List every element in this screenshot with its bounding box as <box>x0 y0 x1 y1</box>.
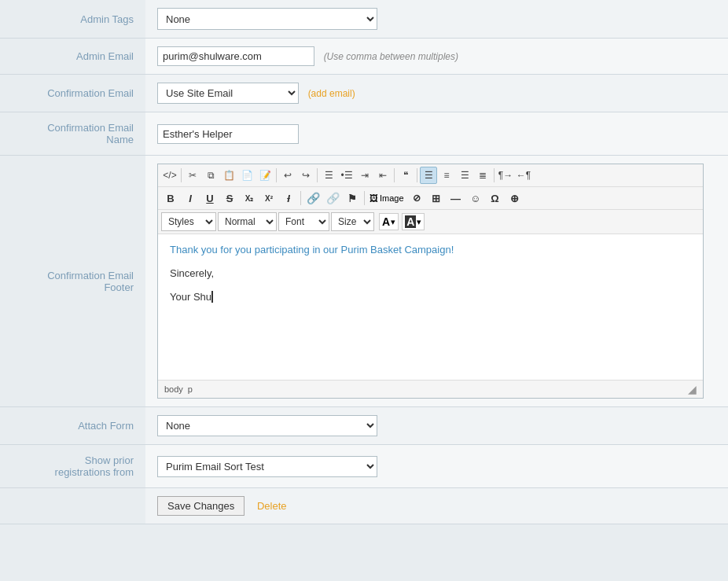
ol-btn[interactable]: ☰ <box>320 167 337 184</box>
image-label: Image <box>380 193 404 203</box>
ltr-btn[interactable]: ¶→ <box>497 167 514 184</box>
confirmation-email-footer-label: Confirmation EmailFooter <box>0 156 145 407</box>
confirmation-email-row: Confirmation Email Use Site Email (add e… <box>0 75 728 112</box>
admin-email-label: Admin Email <box>0 39 145 75</box>
editor-line-2 <box>170 256 691 267</box>
blockquote-btn[interactable]: ❝ <box>397 167 414 184</box>
p-tag[interactable]: p <box>188 384 193 394</box>
underline-btn[interactable]: U <box>200 189 219 207</box>
cut-btn[interactable]: ✂ <box>184 167 201 184</box>
toolbar-row-1: </> ✂ ⧉ 📋 📄 📝 ↩ ↪ ☰ •☰ ⇥ ⇤ ❝ <box>158 164 703 187</box>
align-left-btn[interactable]: ☰ <box>420 167 437 184</box>
highlight-color-group: A ▾ <box>402 213 425 230</box>
subscript-btn[interactable]: X₂ <box>240 189 259 207</box>
confirmation-email-footer-cell: </> ✂ ⧉ 📋 📄 📝 ↩ ↪ ☰ •☰ ⇥ ⇤ ❝ <box>145 156 728 407</box>
editor-line-1: Thank you for you participating in our P… <box>170 244 691 256</box>
confirmation-email-name-cell <box>145 112 728 156</box>
toolbar-row-2: B I U S X₂ X² I 🔗 🔗 ⚑ 🖼 Image <box>158 187 703 210</box>
indent-btn[interactable]: ⇥ <box>356 167 373 184</box>
settings-form: Admin Tags None Admin Email (Use comma b… <box>0 0 728 524</box>
show-prior-row: Show priorregistrations from Purim Email… <box>0 445 728 488</box>
font-color-a-icon: A <box>382 215 390 228</box>
editor-footer-bar: body p ◢ <box>158 380 703 398</box>
highlight-color-btn[interactable]: A ▾ <box>402 213 425 230</box>
sep-5 <box>417 168 417 182</box>
save-changes-button[interactable]: Save Changes <box>157 496 245 516</box>
unlink-btn[interactable]: 🔗 <box>323 189 342 207</box>
email-name-input[interactable] <box>157 124 299 144</box>
show-prior-label: Show priorregistrations from <box>0 445 145 488</box>
italic-btn[interactable]: I <box>181 189 200 207</box>
justify-btn[interactable]: ≣ <box>474 167 491 184</box>
admin-tags-select[interactable]: None <box>157 8 377 30</box>
confirmation-email-cell: Use Site Email (add email) <box>145 75 728 112</box>
undo-btn[interactable]: ↩ <box>279 167 296 184</box>
image-icon: 🖼 <box>370 193 378 203</box>
charmap-btn[interactable]: Ω <box>486 189 505 207</box>
admin-email-input[interactable] <box>157 46 314 66</box>
admin-email-row: Admin Email (Use comma between multiples… <box>0 39 728 75</box>
actions-label <box>0 488 145 524</box>
align-right-btn[interactable]: ☰ <box>456 167 473 184</box>
styles-select[interactable]: Styles <box>161 212 216 231</box>
body-tag[interactable]: body <box>164 384 183 394</box>
hr-btn[interactable]: — <box>447 189 465 207</box>
font-color-btn[interactable]: A ▾ <box>379 213 399 230</box>
strikethrough-btn[interactable]: S <box>220 189 239 207</box>
media-btn[interactable]: ⊘ <box>407 189 426 207</box>
media2-btn[interactable]: ⊕ <box>506 189 524 207</box>
admin-tags-row: Admin Tags None <box>0 0 728 39</box>
sep-6 <box>494 168 495 182</box>
confirmation-email-select[interactable]: Use Site Email <box>157 83 299 104</box>
sep-2 <box>276 168 277 182</box>
delete-link[interactable]: Delete <box>257 500 287 512</box>
editor-line-5: Your Shu <box>170 291 691 303</box>
add-email-link[interactable]: (add email) <box>308 88 355 99</box>
highlight-color-dropdown-icon: ▾ <box>417 217 421 227</box>
attach-form-select[interactable]: None <box>157 415 377 436</box>
resize-handle[interactable]: ◢ <box>688 383 697 395</box>
table-btn[interactable]: ⊞ <box>427 189 446 207</box>
size-select[interactable]: Size <box>331 212 374 231</box>
anchor-btn[interactable]: ⚑ <box>343 189 362 207</box>
align-center-btn[interactable]: ≡ <box>438 167 455 184</box>
rich-text-editor: </> ✂ ⧉ 📋 📄 📝 ↩ ↪ ☰ •☰ ⇥ ⇤ ❝ <box>157 164 704 399</box>
admin-email-hint: (Use comma between multiples) <box>324 51 458 62</box>
redo-btn[interactable]: ↪ <box>297 167 314 184</box>
attach-form-label: Attach Form <box>0 407 145 445</box>
toolbar-row-3: Styles Normal Font Size A ▾ <box>158 210 703 234</box>
actions-row: Save Changes Delete <box>0 488 728 524</box>
sep-1 <box>181 168 182 182</box>
attach-form-row: Attach Form None <box>0 407 728 445</box>
ul-btn[interactable]: •☰ <box>338 167 355 184</box>
show-prior-cell: Purim Email Sort Test <box>145 445 728 488</box>
editor-line-3: Sincerely, <box>170 267 691 279</box>
admin-tags-cell: None <box>145 0 728 39</box>
actions-cell: Save Changes Delete <box>145 488 728 524</box>
paste-word-btn[interactable]: 📝 <box>256 167 274 184</box>
font-select[interactable]: Font <box>278 212 329 231</box>
superscript-btn[interactable]: X² <box>259 189 278 207</box>
copy-btn[interactable]: ⧉ <box>202 167 219 184</box>
confirmation-email-name-label: Confirmation EmailName <box>0 112 145 156</box>
paste-text-btn[interactable]: 📄 <box>238 167 256 184</box>
link-btn[interactable]: 🔗 <box>303 189 322 207</box>
bold-btn[interactable]: B <box>161 189 180 207</box>
paste-btn[interactable]: 📋 <box>220 167 237 184</box>
confirmation-email-label: Confirmation Email <box>0 75 145 112</box>
editor-content-area[interactable]: Thank you for you participating in our P… <box>158 234 703 380</box>
sep-3 <box>317 168 318 182</box>
admin-tags-label: Admin Tags <box>0 0 145 39</box>
emoji-btn[interactable]: ☺ <box>466 189 485 207</box>
sep-4 <box>394 168 395 182</box>
outdent-btn[interactable]: ⇤ <box>374 167 392 184</box>
rtl-btn[interactable]: ←¶ <box>515 167 532 184</box>
admin-email-cell: (Use comma between multiples) <box>145 39 728 75</box>
clear-format-btn[interactable]: I <box>279 189 298 207</box>
image-btn[interactable]: 🖼 Image <box>367 189 406 207</box>
sep-8 <box>364 191 365 205</box>
format-select[interactable]: Normal <box>218 212 277 231</box>
code-view-btn[interactable]: </> <box>161 167 178 184</box>
font-color-group: A ▾ <box>379 213 399 230</box>
show-prior-select[interactable]: Purim Email Sort Test <box>157 456 377 477</box>
